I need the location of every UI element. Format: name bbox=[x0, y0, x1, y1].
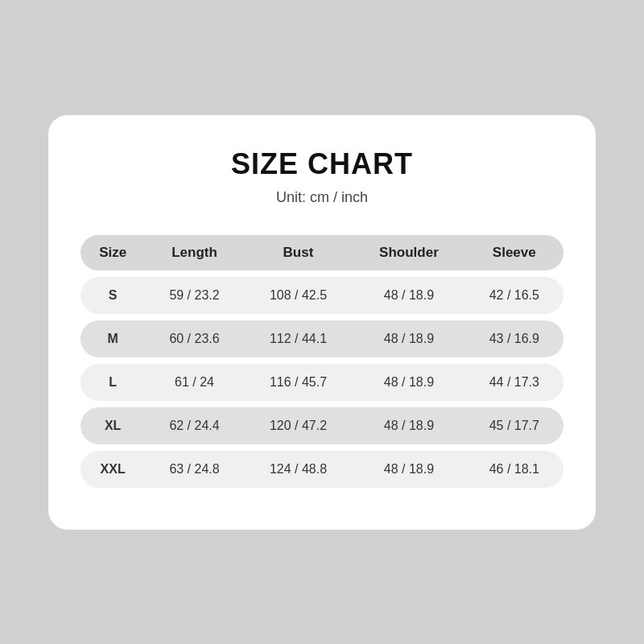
cell-bust: 124 / 48.8 bbox=[244, 451, 353, 488]
chart-title: SIZE CHART bbox=[80, 147, 564, 181]
table-row: L61 / 24116 / 45.748 / 18.944 / 17.3 bbox=[80, 364, 564, 401]
col-header-bust: Bust bbox=[244, 235, 353, 270]
col-header-sleeve: Sleeve bbox=[465, 235, 564, 270]
cell-bust: 120 / 47.2 bbox=[244, 407, 353, 444]
table-row: XXL63 / 24.8124 / 48.848 / 18.946 / 18.1 bbox=[80, 451, 564, 488]
cell-bust: 116 / 45.7 bbox=[244, 364, 353, 401]
size-table: Size Length Bust Shoulder Sleeve S59 / 2… bbox=[80, 229, 564, 494]
cell-bust: 112 / 44.1 bbox=[244, 320, 353, 357]
cell-sleeve: 46 / 18.1 bbox=[465, 451, 564, 488]
cell-shoulder: 48 / 18.9 bbox=[353, 451, 464, 488]
cell-length: 60 / 23.6 bbox=[145, 320, 243, 357]
cell-size: M bbox=[80, 320, 145, 357]
cell-length: 59 / 23.2 bbox=[145, 277, 243, 314]
cell-length: 62 / 24.4 bbox=[145, 407, 243, 444]
table-row: XL62 / 24.4120 / 47.248 / 18.945 / 17.7 bbox=[80, 407, 564, 444]
cell-shoulder: 48 / 18.9 bbox=[353, 364, 464, 401]
cell-sleeve: 43 / 16.9 bbox=[465, 320, 564, 357]
cell-shoulder: 48 / 18.9 bbox=[353, 407, 464, 444]
cell-bust: 108 / 42.5 bbox=[244, 277, 353, 314]
table-header-row: Size Length Bust Shoulder Sleeve bbox=[80, 235, 564, 270]
cell-size: XL bbox=[80, 407, 145, 444]
cell-size: L bbox=[80, 364, 145, 401]
cell-length: 63 / 24.8 bbox=[145, 451, 243, 488]
table-row: M60 / 23.6112 / 44.148 / 18.943 / 16.9 bbox=[80, 320, 564, 357]
cell-size: XXL bbox=[80, 451, 145, 488]
table-row: S59 / 23.2108 / 42.548 / 18.942 / 16.5 bbox=[80, 277, 564, 314]
cell-sleeve: 42 / 16.5 bbox=[465, 277, 564, 314]
cell-shoulder: 48 / 18.9 bbox=[353, 320, 464, 357]
cell-shoulder: 48 / 18.9 bbox=[353, 277, 464, 314]
col-header-shoulder: Shoulder bbox=[353, 235, 464, 270]
cell-sleeve: 45 / 17.7 bbox=[465, 407, 564, 444]
col-header-length: Length bbox=[145, 235, 243, 270]
size-chart-card: SIZE CHART Unit: cm / inch Size Length B… bbox=[48, 115, 596, 530]
cell-length: 61 / 24 bbox=[145, 364, 243, 401]
cell-size: S bbox=[80, 277, 145, 314]
col-header-size: Size bbox=[80, 235, 145, 270]
chart-subtitle: Unit: cm / inch bbox=[80, 189, 564, 206]
cell-sleeve: 44 / 17.3 bbox=[465, 364, 564, 401]
